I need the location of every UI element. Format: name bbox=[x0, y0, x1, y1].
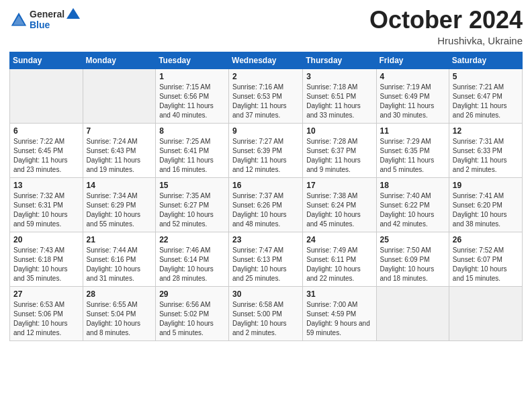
calendar-cell: 2Sunrise: 7:16 AMSunset: 6:53 PMDaylight… bbox=[229, 68, 303, 123]
calendar-cell: 19Sunrise: 7:41 AMSunset: 6:20 PMDayligh… bbox=[449, 177, 522, 232]
calendar-cell: 15Sunrise: 7:35 AMSunset: 6:27 PMDayligh… bbox=[156, 177, 229, 232]
calendar-cell: 23Sunrise: 7:47 AMSunset: 6:13 PMDayligh… bbox=[229, 232, 303, 286]
day-info: Sunrise: 7:21 AMSunset: 6:47 PMDaylight:… bbox=[453, 83, 519, 120]
day-info: Sunrise: 7:49 AMSunset: 6:11 PMDaylight:… bbox=[306, 246, 372, 283]
calendar-cell: 4Sunrise: 7:19 AMSunset: 6:49 PMDaylight… bbox=[376, 68, 449, 123]
day-number: 18 bbox=[380, 181, 445, 190]
day-info: Sunrise: 7:35 AMSunset: 6:27 PMDaylight:… bbox=[159, 191, 225, 229]
calendar-cell: 29Sunrise: 6:56 AMSunset: 5:02 PMDayligh… bbox=[156, 286, 229, 340]
calendar-cell: 18Sunrise: 7:40 AMSunset: 6:22 PMDayligh… bbox=[376, 177, 449, 232]
calendar-cell: 21Sunrise: 7:44 AMSunset: 6:16 PMDayligh… bbox=[83, 232, 156, 286]
calendar-cell: 11Sunrise: 7:29 AMSunset: 6:35 PMDayligh… bbox=[376, 123, 449, 177]
calendar-cell: 8Sunrise: 7:25 AMSunset: 6:41 PMDaylight… bbox=[156, 123, 229, 177]
calendar-cell: 14Sunrise: 7:34 AMSunset: 6:29 PMDayligh… bbox=[83, 177, 156, 232]
calendar-cell bbox=[10, 68, 83, 123]
day-number: 12 bbox=[453, 126, 519, 136]
calendar-cell: 17Sunrise: 7:38 AMSunset: 6:24 PMDayligh… bbox=[303, 177, 376, 232]
day-info: Sunrise: 7:16 AMSunset: 6:53 PMDaylight:… bbox=[232, 83, 299, 120]
day-number: 20 bbox=[13, 235, 79, 244]
day-number: 25 bbox=[380, 235, 445, 244]
day-number: 26 bbox=[453, 235, 519, 244]
calendar-cell bbox=[376, 286, 449, 340]
day-info: Sunrise: 7:29 AMSunset: 6:35 PMDaylight:… bbox=[380, 137, 445, 175]
day-info: Sunrise: 6:53 AMSunset: 5:06 PMDaylight:… bbox=[13, 300, 79, 338]
day-info: Sunrise: 7:25 AMSunset: 6:41 PMDaylight:… bbox=[159, 137, 225, 175]
week-row-3: 20Sunrise: 7:43 AMSunset: 6:18 PMDayligh… bbox=[10, 232, 523, 286]
calendar-cell bbox=[83, 68, 156, 123]
svg-text:General: General bbox=[30, 9, 64, 19]
day-number: 17 bbox=[306, 181, 372, 190]
calendar-cell: 28Sunrise: 6:55 AMSunset: 5:04 PMDayligh… bbox=[83, 286, 156, 340]
day-info: Sunrise: 7:47 AMSunset: 6:13 PMDaylight:… bbox=[232, 246, 299, 283]
day-number: 9 bbox=[232, 126, 299, 136]
day-number: 5 bbox=[453, 72, 519, 81]
day-number: 14 bbox=[87, 181, 152, 190]
day-number: 7 bbox=[87, 126, 152, 136]
day-number: 15 bbox=[159, 181, 225, 190]
day-info: Sunrise: 7:44 AMSunset: 6:16 PMDaylight:… bbox=[87, 246, 152, 283]
day-info: Sunrise: 7:52 AMSunset: 6:07 PMDaylight:… bbox=[453, 246, 519, 283]
day-number: 30 bbox=[232, 289, 299, 299]
day-number: 13 bbox=[13, 181, 79, 190]
day-info: Sunrise: 7:50 AMSunset: 6:09 PMDaylight:… bbox=[380, 246, 445, 283]
day-number: 23 bbox=[232, 235, 299, 244]
page: General Blue October 2024 Hrushivka, Ukr… bbox=[0, 0, 532, 411]
day-info: Sunrise: 7:38 AMSunset: 6:24 PMDaylight:… bbox=[306, 191, 372, 229]
day-number: 16 bbox=[232, 181, 299, 190]
col-saturday: Saturday bbox=[449, 52, 522, 68]
col-friday: Friday bbox=[376, 52, 449, 68]
day-info: Sunrise: 7:31 AMSunset: 6:33 PMDaylight:… bbox=[453, 137, 519, 175]
day-info: Sunrise: 7:34 AMSunset: 6:29 PMDaylight:… bbox=[87, 191, 152, 229]
col-tuesday: Tuesday bbox=[156, 52, 229, 68]
day-info: Sunrise: 7:24 AMSunset: 6:43 PMDaylight:… bbox=[87, 137, 152, 175]
day-number: 8 bbox=[159, 126, 225, 136]
day-number: 28 bbox=[87, 289, 152, 299]
calendar-cell: 1Sunrise: 7:15 AMSunset: 6:56 PMDaylight… bbox=[156, 68, 229, 123]
calendar-cell: 24Sunrise: 7:49 AMSunset: 6:11 PMDayligh… bbox=[303, 232, 376, 286]
day-info: Sunrise: 7:40 AMSunset: 6:22 PMDaylight:… bbox=[380, 191, 445, 229]
header-row: Sunday Monday Tuesday Wednesday Thursday… bbox=[10, 52, 523, 68]
week-row-4: 27Sunrise: 6:53 AMSunset: 5:06 PMDayligh… bbox=[10, 286, 523, 340]
calendar-cell: 3Sunrise: 7:18 AMSunset: 6:51 PMDaylight… bbox=[303, 68, 376, 123]
day-info: Sunrise: 7:28 AMSunset: 6:37 PMDaylight:… bbox=[306, 137, 372, 175]
week-row-2: 13Sunrise: 7:32 AMSunset: 6:31 PMDayligh… bbox=[10, 177, 523, 232]
calendar-cell: 27Sunrise: 6:53 AMSunset: 5:06 PMDayligh… bbox=[10, 286, 83, 340]
logo: General Blue bbox=[9, 7, 83, 34]
day-info: Sunrise: 7:00 AMSunset: 4:59 PMDaylight:… bbox=[306, 300, 372, 338]
day-info: Sunrise: 7:43 AMSunset: 6:18 PMDaylight:… bbox=[13, 246, 79, 283]
day-info: Sunrise: 7:46 AMSunset: 6:14 PMDaylight:… bbox=[159, 246, 225, 283]
col-thursday: Thursday bbox=[303, 52, 376, 68]
day-info: Sunrise: 7:32 AMSunset: 6:31 PMDaylight:… bbox=[13, 191, 79, 229]
day-number: 6 bbox=[13, 126, 79, 136]
day-number: 2 bbox=[232, 72, 299, 81]
calendar-cell: 9Sunrise: 7:27 AMSunset: 6:39 PMDaylight… bbox=[229, 123, 303, 177]
day-info: Sunrise: 7:18 AMSunset: 6:51 PMDaylight:… bbox=[306, 83, 372, 120]
col-wednesday: Wednesday bbox=[229, 52, 303, 68]
day-number: 1 bbox=[159, 72, 225, 81]
day-info: Sunrise: 6:55 AMSunset: 5:04 PMDaylight:… bbox=[87, 300, 152, 338]
header: General Blue October 2024 Hrushivka, Ukr… bbox=[9, 7, 523, 46]
day-info: Sunrise: 6:56 AMSunset: 5:02 PMDaylight:… bbox=[159, 300, 225, 338]
svg-marker-4 bbox=[66, 8, 80, 19]
title-location: Hrushivka, Ukraine bbox=[369, 35, 523, 46]
day-info: Sunrise: 6:58 AMSunset: 5:00 PMDaylight:… bbox=[232, 300, 299, 338]
day-number: 27 bbox=[13, 289, 79, 299]
day-number: 10 bbox=[306, 126, 372, 136]
day-number: 24 bbox=[306, 235, 372, 244]
calendar-cell: 7Sunrise: 7:24 AMSunset: 6:43 PMDaylight… bbox=[83, 123, 156, 177]
calendar-cell: 5Sunrise: 7:21 AMSunset: 6:47 PMDaylight… bbox=[449, 68, 522, 123]
col-monday: Monday bbox=[83, 52, 156, 68]
day-number: 4 bbox=[380, 72, 445, 81]
calendar-cell: 13Sunrise: 7:32 AMSunset: 6:31 PMDayligh… bbox=[10, 177, 83, 232]
day-number: 21 bbox=[87, 235, 152, 244]
day-info: Sunrise: 7:37 AMSunset: 6:26 PMDaylight:… bbox=[232, 191, 299, 229]
col-sunday: Sunday bbox=[10, 52, 83, 68]
day-info: Sunrise: 7:22 AMSunset: 6:45 PMDaylight:… bbox=[13, 137, 79, 175]
day-number: 3 bbox=[306, 72, 372, 81]
title-month: October 2024 bbox=[369, 7, 523, 34]
day-info: Sunrise: 7:19 AMSunset: 6:49 PMDaylight:… bbox=[380, 83, 445, 120]
day-number: 29 bbox=[159, 289, 225, 299]
week-row-1: 6Sunrise: 7:22 AMSunset: 6:45 PMDaylight… bbox=[10, 123, 523, 177]
day-number: 11 bbox=[380, 126, 445, 136]
calendar-cell: 30Sunrise: 6:58 AMSunset: 5:00 PMDayligh… bbox=[229, 286, 303, 340]
